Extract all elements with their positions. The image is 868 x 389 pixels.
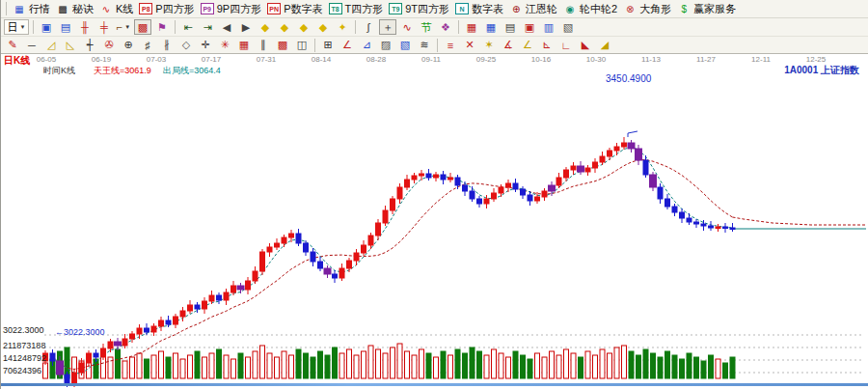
pen-tool-icon[interactable]: ✎: [4, 38, 21, 53]
window-bottom-border: [1, 383, 868, 386]
menu-item-3[interactable]: P8P四方形: [139, 2, 194, 16]
p9-square-icon: P9: [201, 3, 214, 14]
left-price-label: 3022.3000: [3, 325, 44, 335]
menu-item-11[interactable]: ⊗大角形: [623, 2, 671, 16]
gann-star3-icon[interactable]: ◆: [295, 19, 312, 35]
date-tick-label: 09-25: [476, 55, 496, 64]
curve-icon[interactable]: ∫: [360, 19, 377, 35]
shape-icon[interactable]: ❖: [437, 19, 454, 35]
bars-small2-icon[interactable]: ╪: [95, 19, 113, 35]
tri-down-tool-icon[interactable]: ◣: [577, 38, 594, 53]
divider: [175, 20, 176, 34]
menu-item-9[interactable]: ⊕江恩轮: [509, 2, 557, 16]
star-tool-icon[interactable]: ✳: [216, 38, 233, 53]
fan-tool-icon[interactable]: ∠: [339, 38, 356, 53]
board-view-icon[interactable]: ▤: [57, 19, 74, 35]
gann-star5-icon[interactable]: ✦: [334, 19, 351, 35]
flag-icon[interactable]: ⚑: [153, 19, 171, 35]
date-tick-label: 08-28: [366, 55, 386, 64]
festival-icon[interactable]: 节: [418, 19, 435, 35]
gann-star2-icon[interactable]: ◆: [276, 19, 293, 35]
bars-small-icon[interactable]: ╫: [76, 19, 94, 35]
delete-tool-icon[interactable]: ✕: [461, 38, 478, 53]
compass-tool-icon[interactable]: ⊕: [120, 38, 137, 53]
kline-icon: ∿: [99, 3, 113, 15]
number-table-icon: N: [455, 3, 469, 14]
menu-item-4[interactable]: P99P四方形: [201, 2, 261, 16]
menu-item-5[interactable]: PNP数字表: [267, 2, 322, 16]
calculator-icon[interactable]: ▦: [482, 19, 500, 35]
date-tick-label: 11-13: [641, 55, 661, 64]
angle2-tool-icon[interactable]: ∠: [519, 38, 536, 53]
last-bar-icon[interactable]: ⇥: [199, 19, 216, 35]
angle3-tool-icon[interactable]: ⊾: [538, 38, 556, 53]
wave-tool-icon[interactable]: ≋: [416, 38, 433, 53]
export-icon[interactable]: ▧: [559, 19, 577, 35]
prev-bar-icon[interactable]: ◀: [218, 19, 235, 35]
menu-item-6[interactable]: T8T四方形: [329, 2, 384, 16]
angle-arc-tool-icon[interactable]: ∡: [500, 38, 517, 53]
period-label[interactable]: 日K线: [4, 54, 30, 68]
date-tick-label: 07-31: [257, 55, 276, 64]
sparkle-tool-icon[interactable]: ✶: [480, 38, 498, 53]
chart-region[interactable]: 06-0506-1907-0307-1707-3108-1408-2809-11…: [1, 54, 868, 387]
gann-star1-icon[interactable]: ◆: [257, 19, 274, 35]
menu-item-10[interactable]: ◉轮中轮2: [563, 2, 617, 16]
tri-up-tool-icon[interactable]: ◢: [596, 38, 613, 53]
date-tick-label: 12-11: [751, 55, 771, 64]
indicator1-value: 天王线=3061.9: [94, 65, 151, 77]
shade2-tool-icon[interactable]: ▧: [396, 38, 414, 53]
menu-item-0[interactable]: ▦行情: [13, 2, 50, 16]
main-toolbar: ▦行情▩秘诀∿K线P8P四方形P99P四方形PNP数字表T8T四方形T99T四方…: [1, 0, 868, 18]
date-tick-label: 07-03: [147, 55, 166, 64]
split-box-tool-icon[interactable]: ◫: [293, 38, 311, 53]
menu-item-12[interactable]: $赢家服务: [677, 2, 736, 16]
grid-tool-icon[interactable]: ♯: [139, 38, 156, 53]
right-angle-tool-icon[interactable]: ∟: [557, 38, 575, 53]
indicator-box-icon[interactable]: ▩: [134, 19, 151, 35]
angle-down-tool-icon[interactable]: ◿: [42, 38, 60, 53]
menu-item-label: 大角形: [639, 2, 671, 16]
crosshair-icon[interactable]: ＋: [379, 19, 396, 35]
menu-item-8[interactable]: N数字表: [455, 2, 503, 16]
p-table-icon: PN: [267, 3, 281, 14]
volume-axis-label: 141248792: [3, 353, 46, 363]
shade-tool-icon[interactable]: ▨: [377, 38, 394, 53]
period-dropdown[interactable]: 日▼: [4, 19, 29, 35]
bracket-drop-icon[interactable]: ⌐▼: [115, 19, 132, 35]
menu-item-label: 江恩轮: [526, 2, 557, 16]
first-bar-icon[interactable]: ⇤: [179, 19, 197, 35]
cross-arrow-tool-icon[interactable]: ✛: [197, 38, 214, 53]
line-tool-icon[interactable]: ─: [23, 38, 41, 53]
angle-up-tool-icon[interactable]: ◺: [62, 38, 79, 53]
parallel-tool-icon[interactable]: ∦: [158, 38, 176, 53]
divider: [33, 20, 34, 34]
computer-icon[interactable]: ▥: [540, 19, 557, 35]
menu-item-7[interactable]: T99T四方形: [389, 2, 449, 16]
image-view-icon[interactable]: ▣: [38, 19, 55, 35]
kline-chart[interactable]: [1, 54, 868, 387]
gann-wheel-icon: ⊕: [509, 3, 523, 15]
matrix-tool-icon[interactable]: ▦: [235, 38, 253, 53]
menu-item-2[interactable]: ∿K线: [99, 2, 133, 16]
dropdown-arrow-icon: ▼: [124, 24, 130, 30]
date-tick-label: 07-17: [202, 55, 221, 64]
gann-star4-icon[interactable]: ◆: [314, 19, 332, 35]
t-square-icon: T8: [329, 3, 342, 14]
window-tool-icon[interactable]: ⊞: [319, 38, 337, 53]
quotes-icon: ▦: [13, 3, 26, 15]
bars-tool-icon[interactable]: ∥: [255, 38, 272, 53]
calendar-icon[interactable]: ▦: [463, 19, 480, 35]
menu-item-1[interactable]: ▩秘诀: [56, 2, 94, 16]
levels-tool-icon[interactable]: ≡: [442, 38, 459, 53]
zigzag-icon[interactable]: ∿: [398, 19, 416, 35]
next-bar-icon[interactable]: ▶: [237, 19, 255, 35]
diamond-tool-icon[interactable]: ◇: [177, 38, 195, 53]
vertical-tool-icon[interactable]: ┽: [81, 38, 98, 53]
hatch-tool-icon[interactable]: ▩: [274, 38, 291, 53]
save-icon[interactable]: ▣: [521, 19, 538, 35]
service-icon: $: [677, 3, 691, 15]
notepad-icon[interactable]: ▤: [502, 19, 519, 35]
triangle-tool-icon[interactable]: ⊿: [358, 38, 375, 53]
cycle-tool-icon[interactable]: ✇: [100, 38, 118, 53]
